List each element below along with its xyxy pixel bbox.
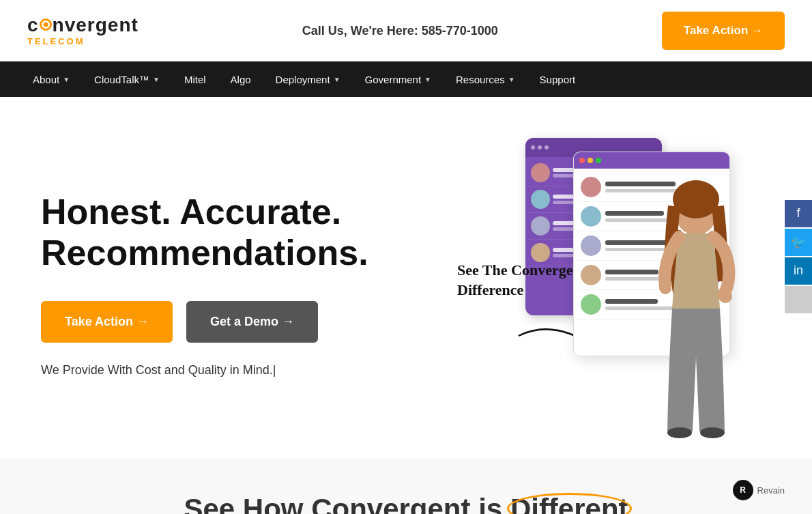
- chevron-down-icon: ▼: [424, 76, 431, 83]
- woman-image: [621, 158, 771, 445]
- nav-item-resources[interactable]: Resources ▼: [444, 61, 527, 97]
- chevron-down-icon: ▼: [334, 76, 340, 83]
- nav-item-mitel[interactable]: Mitel: [172, 61, 218, 97]
- hero-content: Honest. Accurate. Recommendations. Take …: [41, 192, 444, 377]
- see-diff-text: See The Convergent Difference: [457, 261, 586, 300]
- take-action-button[interactable]: Take Action →: [41, 301, 173, 343]
- call-label: Call Us, We're Here:: [302, 24, 418, 38]
- svg-point-6: [700, 427, 725, 438]
- share-button[interactable]: [785, 286, 812, 313]
- svg-point-5: [667, 427, 692, 438]
- nav-item-government[interactable]: Government ▼: [353, 61, 444, 97]
- nav-item-support[interactable]: Support: [527, 61, 588, 97]
- svg-point-3: [719, 289, 732, 303]
- logo-sub: TELECOM: [27, 36, 85, 46]
- hero-headline: Honest. Accurate. Recommendations.: [41, 192, 416, 274]
- logo-text: cnvergent: [27, 16, 139, 35]
- hero-visual: See The Convergent Difference: [444, 138, 771, 431]
- linkedin-icon: in: [794, 263, 803, 278]
- chevron-down-icon: ▼: [63, 76, 70, 83]
- svg-line-4: [725, 274, 729, 289]
- twitter-icon: 🐦: [791, 235, 806, 250]
- nav-item-deployment[interactable]: Deployment ▼: [263, 61, 353, 97]
- facebook-button[interactable]: f: [785, 200, 812, 227]
- hero-tagline: We Provide With Cost and Quality in Mind…: [41, 363, 444, 377]
- call-info: Call Us, We're Here: 585-770-1000: [302, 24, 498, 38]
- revain-label: Revain: [757, 485, 785, 496]
- get-demo-button[interactable]: Get a Demo →: [186, 301, 318, 343]
- call-number: 585-770-1000: [422, 24, 498, 38]
- nav-item-about[interactable]: About ▼: [20, 61, 82, 97]
- revain-logo: R: [733, 480, 753, 500]
- svg-point-2: [673, 180, 719, 218]
- facebook-icon: f: [796, 206, 800, 220]
- linkedin-button[interactable]: in: [785, 257, 812, 285]
- bottom-section: See How Convergent is Different: [0, 459, 812, 514]
- bottom-title: See How Convergent is Different: [27, 493, 785, 514]
- logo[interactable]: cnvergent TELECOM: [27, 16, 139, 46]
- chevron-down-icon: ▼: [508, 76, 515, 83]
- revain-badge: R Revain: [733, 480, 785, 500]
- top-bar: cnvergent TELECOM Call Us, We're Here: 5…: [0, 0, 812, 61]
- hero-buttons: Take Action → Get a Demo →: [41, 301, 444, 343]
- take-action-header-button[interactable]: Take Action →: [662, 12, 785, 50]
- nav-item-cloudtalk[interactable]: CloudTalk™ ▼: [82, 61, 172, 97]
- nav-item-algo[interactable]: Algo: [218, 61, 263, 97]
- highlight-word: Different: [510, 493, 628, 514]
- main-nav: About ▼ CloudTalk™ ▼ Mitel Algo Deployme…: [0, 61, 812, 97]
- twitter-button[interactable]: 🐦: [785, 229, 812, 256]
- chevron-down-icon: ▼: [153, 76, 160, 83]
- hero-section: Honest. Accurate. Recommendations. Take …: [0, 97, 812, 459]
- social-sidebar: f 🐦 in: [785, 200, 812, 315]
